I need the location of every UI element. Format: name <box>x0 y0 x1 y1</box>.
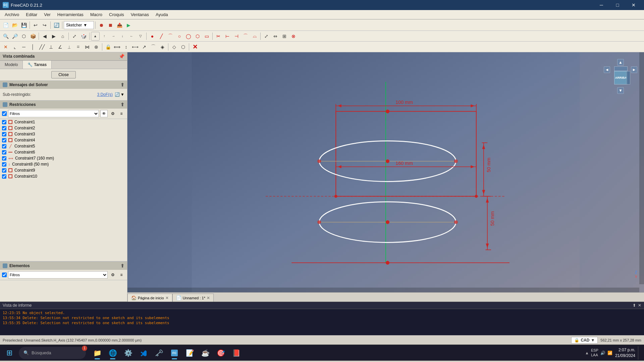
constrain-verdist-button[interactable]: ↕ <box>122 43 130 51</box>
constraint-item-10[interactable]: Constraint10 <box>0 173 127 179</box>
constraint-checkbox-3[interactable] <box>2 132 6 136</box>
constrain-parallel-button[interactable]: ╱╱ <box>38 43 46 51</box>
constraint-checkbox-4[interactable] <box>2 138 6 142</box>
save-file-button[interactable]: 💾 <box>19 21 28 29</box>
nav-right-button[interactable]: ► <box>631 66 637 73</box>
view-back2-button[interactable]: ↓ <box>118 32 127 41</box>
constrain-radius-button[interactable]: ↗ <box>140 43 149 51</box>
constrain-block-button[interactable]: ⊗ <box>92 43 101 51</box>
solver-section-header[interactable]: Mensajes del Solver ⬆ <box>0 81 127 89</box>
language-indicator[interactable]: ESP LAA <box>591 348 598 357</box>
menu-editar[interactable]: Editar <box>22 11 41 18</box>
solver-collapse-icon[interactable]: ⬆ <box>120 82 124 87</box>
restricciones-all-checkbox[interactable] <box>2 111 7 116</box>
constraint-checkbox-1[interactable] <box>2 120 6 124</box>
split-tool[interactable]: ⊣ <box>232 32 241 41</box>
circle-tool[interactable]: ○ <box>175 32 184 41</box>
close-button[interactable]: Close <box>51 71 76 78</box>
informe-close-button[interactable]: ✕ <box>638 303 641 308</box>
tab-modelo[interactable]: Modelo <box>0 61 23 69</box>
constrain-coincident-button[interactable]: ⌞ <box>10 43 19 51</box>
trim-tool[interactable]: ✂ <box>214 32 223 41</box>
constraint-item-7[interactable]: ⟺ Constraint7 (160 mm) <box>0 155 127 161</box>
panel-pin-icon[interactable]: 📌 <box>119 54 124 59</box>
constrain-horizontal-button[interactable]: ─ <box>19 43 28 51</box>
fillet-tool[interactable]: ⌒ <box>241 32 250 41</box>
menu-archivo[interactable]: Archivo <box>1 11 22 18</box>
arc-tool[interactable]: ⌒ <box>166 32 175 41</box>
show-desktop-button[interactable] <box>638 346 640 360</box>
elementos-more-button[interactable]: ≡ <box>118 271 125 279</box>
cube-top-face[interactable] <box>614 66 628 71</box>
tab-tareas[interactable]: 🔧 Tareas <box>23 61 52 69</box>
constraint-item-1[interactable]: Constraint1 <box>0 119 127 125</box>
chamfer-tool[interactable]: ⌓ <box>250 32 259 41</box>
taskbar-app-arduino[interactable]: 🎯 <box>213 346 228 360</box>
constraint-checkbox-10[interactable] <box>2 174 6 179</box>
taskbar-app-java[interactable]: ☕ <box>198 346 213 360</box>
array-tool[interactable]: ⊞ <box>280 32 289 41</box>
constrain-vertical-button[interactable]: │ <box>29 43 37 51</box>
menu-macro[interactable]: Macro <box>87 11 106 18</box>
extend-tool[interactable]: ⊢ <box>223 32 232 41</box>
constraint-item-9[interactable]: Constraint9 <box>0 167 127 173</box>
nav-down-button[interactable]: ▼ <box>617 87 624 94</box>
menu-ventanas[interactable]: Ventanas <box>127 11 152 18</box>
constraint-checkbox-9[interactable] <box>2 168 6 173</box>
workbench-dropdown[interactable]: Sketcher ▼ <box>64 21 94 29</box>
constraint-item-3[interactable]: Constraint3 <box>0 131 127 137</box>
stop-square-button[interactable]: ⏹ <box>106 21 115 29</box>
menu-ver[interactable]: Ver <box>41 11 54 18</box>
minimize-button[interactable]: ─ <box>594 0 609 10</box>
tray-expand-icon[interactable]: ▲ <box>585 351 589 355</box>
menu-herramientas[interactable]: Herramientas <box>54 11 87 18</box>
constrain-perpendicular-button[interactable]: ⊥ <box>47 43 55 51</box>
constraint-checkbox-7[interactable] <box>2 156 6 161</box>
eye-icon-button[interactable]: 👁 <box>100 110 108 117</box>
view-zoom-fit-button[interactable]: ⤢ <box>70 32 79 41</box>
constrain-fix-button[interactable]: ✕ <box>1 43 10 51</box>
taskbar-app-word[interactable]: 📝 <box>182 346 197 360</box>
constraint-item-8[interactable]: ↕ Constraint8 (50 mm) <box>0 161 127 167</box>
canvas-tab-unnamed[interactable]: 📄 Unnamed : 1* ✕ <box>172 294 214 302</box>
view-box-button[interactable]: 📦 <box>29 32 37 41</box>
taskbar-app-vscode[interactable] <box>136 346 151 360</box>
view-zoom-button[interactable]: 🔎 <box>10 32 19 41</box>
cube-right-face[interactable] <box>626 71 630 84</box>
menu-ayuda[interactable]: Ayuda <box>152 11 171 18</box>
toggle-active-button[interactable]: ⬡ <box>179 43 187 51</box>
constraint-item-6[interactable]: Constraint6 <box>0 149 127 155</box>
constraint-checkbox-2[interactable] <box>2 126 6 130</box>
constraint-item-4[interactable]: Constraint4 <box>0 137 127 143</box>
open-file-button[interactable]: 📂 <box>10 21 19 29</box>
undo-button[interactable]: ↩ <box>31 21 40 29</box>
new-file-button[interactable]: 📄 <box>1 21 10 29</box>
constrain-tangent-button[interactable]: ⟂ <box>65 43 73 51</box>
refresh-dof-button[interactable]: 🔄 ▼ <box>115 92 124 97</box>
constrain-dist-button[interactable]: ⟷ <box>131 43 140 51</box>
elementos-all-checkbox[interactable] <box>2 273 7 277</box>
elementos-collapse-icon[interactable]: ⬆ <box>120 263 124 268</box>
dof-value[interactable]: 3 DoF(s) <box>97 92 113 97</box>
view-3d-button[interactable]: ⬡ <box>19 32 28 41</box>
start-button[interactable]: ⊞ <box>1 346 17 360</box>
play-button[interactable]: ▶ <box>124 21 133 29</box>
home-tab-close-button[interactable]: ✕ <box>165 296 169 300</box>
canvas-area[interactable]: 100 mm 160 mm 50 mm <box>127 52 644 292</box>
point-tool[interactable]: ● <box>148 32 157 41</box>
stop-button[interactable]: ⏺ <box>97 21 106 29</box>
constraint-item-2[interactable]: Constraint2 <box>0 125 127 131</box>
external-tool[interactable]: ⊗ <box>289 32 298 41</box>
speaker-icon[interactable]: 🔊 <box>600 351 605 355</box>
constrain-hordist-button[interactable]: ⟺ <box>113 43 121 51</box>
taskbar-app-freecad[interactable]: FC <box>167 346 182 360</box>
constrain-angle2-button[interactable]: ⌒ <box>149 43 158 51</box>
unnamed-tab-close-button[interactable]: ✕ <box>207 296 210 300</box>
taskbar-app-kleopatra[interactable]: 🗝️ <box>152 346 166 360</box>
refresh-button[interactable]: 🔄 <box>52 21 61 29</box>
taskbar-app-acrobat[interactable]: 📕 <box>229 346 244 360</box>
taskbar-app-settings[interactable]: ⚙️ <box>121 346 136 360</box>
restricciones-settings-button[interactable]: ⚙ <box>109 110 116 117</box>
constrain-equal-button[interactable]: = <box>74 43 83 51</box>
move-tool[interactable]: ⤢ <box>262 32 271 41</box>
